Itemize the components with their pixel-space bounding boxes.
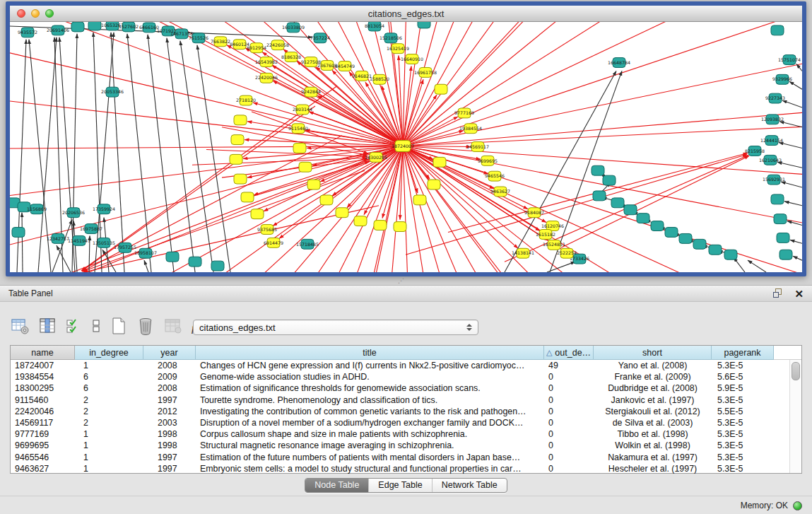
table-row[interactable]: 1830029562008Estimation of significance …: [11, 382, 801, 394]
graph-node[interactable]: [637, 214, 649, 223]
column-header-title[interactable]: title: [196, 346, 544, 360]
svg-text:16325419: 16325419: [387, 46, 409, 51]
graph-node[interactable]: [435, 84, 447, 94]
cell: 9699695: [11, 440, 75, 451]
merge-rows-icon[interactable]: [91, 317, 101, 335]
graph-node[interactable]: [709, 245, 722, 255]
graph-node[interactable]: [593, 191, 606, 201]
tab-network-table[interactable]: Network Table: [432, 479, 507, 492]
graph-node[interactable]: [774, 214, 787, 224]
tab-node-table[interactable]: Node Table: [305, 479, 368, 492]
table-row[interactable]: 946554611997Estimation of the future num…: [11, 452, 801, 463]
network-view[interactable]: 9435572206914061065326715276026466160107…: [10, 22, 802, 272]
column-header-year[interactable]: year: [143, 346, 196, 360]
node-table: namein_degreeyeartitle△out_de…shortpager…: [10, 345, 802, 474]
svg-text:22426058: 22426058: [266, 42, 289, 47]
graph-node[interactable]: [428, 180, 440, 189]
svg-text:11451947: 11451947: [68, 238, 90, 243]
sort-ascending-icon: △: [546, 348, 552, 357]
graph-node[interactable]: [603, 175, 616, 185]
table-select-dropdown[interactable]: citations_edges.txt: [193, 320, 478, 335]
column-header-name[interactable]: name: [11, 346, 75, 360]
graph-node[interactable]: [724, 250, 737, 259]
memory-status-icon[interactable]: [793, 501, 802, 510]
graph-node[interactable]: [231, 135, 244, 145]
graph-node[interactable]: [211, 261, 224, 271]
table-row[interactable]: 2242004622012Investigating the contribut…: [11, 406, 801, 417]
column-header-in-degree[interactable]: in_degree: [75, 346, 143, 360]
graph-node[interactable]: [88, 22, 101, 30]
graph-node[interactable]: [336, 208, 348, 218]
cell: 5.3E-5: [712, 395, 774, 406]
column-header-pagerank[interactable]: pagerank: [712, 346, 774, 360]
zoom-window-icon[interactable]: [45, 9, 54, 18]
scrollbar-thumb[interactable]: [792, 362, 800, 380]
table-row[interactable]: 1872400712008Changes of HCN gene express…: [11, 360, 801, 371]
cell: 9777169: [11, 428, 75, 440]
graph-node[interactable]: [624, 205, 637, 215]
table-panel-title: Table Panel: [8, 288, 53, 298]
table-row[interactable]: 946362711997Embryonic stem cells: a mode…: [11, 463, 801, 474]
column-edit-icon[interactable]: [39, 317, 57, 335]
svg-text:15751074: 15751074: [778, 57, 801, 62]
panel-resize-handle-icon[interactable]: ⋰: [398, 278, 408, 284]
table-row[interactable]: 977716911998Corpus callosum shape and si…: [11, 428, 801, 440]
svg-text:9184087: 9184087: [524, 210, 544, 215]
graph-node[interactable]: [241, 192, 254, 202]
graph-node[interactable]: [592, 165, 604, 175]
import-table-icon[interactable]: [164, 317, 182, 335]
graph-node[interactable]: [71, 22, 84, 32]
row-select-icon[interactable]: [66, 317, 82, 335]
graph-node[interactable]: [320, 195, 333, 205]
graph-node[interactable]: [771, 194, 784, 204]
table-row[interactable]: 969969511998Structural magnetic resonanc…: [11, 440, 801, 451]
graph-node[interactable]: [299, 162, 312, 172]
graph-node[interactable]: [293, 144, 306, 153]
graph-node[interactable]: [771, 25, 784, 35]
cell: 2008: [143, 382, 196, 394]
table-scrollbar[interactable]: [789, 360, 801, 473]
table-row[interactable]: 1938455462009Genome-wide association stu…: [11, 371, 801, 382]
cell: 0: [544, 382, 594, 394]
minimize-window-icon[interactable]: [31, 9, 40, 18]
svg-text:16524851: 16524851: [543, 243, 565, 247]
close-window-icon[interactable]: [17, 9, 25, 18]
graph-node[interactable]: [693, 239, 706, 249]
graph-node[interactable]: [679, 233, 692, 243]
close-panel-icon[interactable]: ✕: [794, 288, 804, 299]
graph-node[interactable]: [611, 198, 624, 208]
tab-edge-table[interactable]: Edge Table: [368, 479, 431, 492]
graph-node[interactable]: [779, 250, 792, 259]
graph-node[interactable]: [234, 115, 247, 125]
graph-node[interactable]: [251, 209, 264, 219]
graph-node[interactable]: [354, 216, 367, 226]
table-row[interactable]: 1456911722003Disruption of a novel membe…: [11, 417, 801, 428]
graph-node[interactable]: [665, 228, 678, 238]
column-header-short[interactable]: short: [594, 346, 712, 360]
delete-table-icon[interactable]: [136, 317, 155, 335]
window-titlebar[interactable]: citations_edges.txt: [10, 6, 802, 22]
graph-node[interactable]: [12, 228, 25, 238]
graph-node[interactable]: [413, 195, 426, 205]
column-header-out-de-[interactable]: △out_de…: [544, 346, 594, 360]
graph-node[interactable]: [230, 154, 242, 164]
new-table-icon[interactable]: [110, 317, 127, 335]
svg-text:8912954: 8912954: [247, 45, 266, 50]
table-row[interactable]: 911546021997Tourette syndrome. Phenomeno…: [11, 395, 801, 406]
graph-node[interactable]: [307, 180, 320, 189]
graph-node[interactable]: [189, 257, 201, 267]
graph-node[interactable]: [418, 22, 430, 28]
graph-node[interactable]: [394, 222, 406, 232]
float-panel-icon[interactable]: [773, 288, 783, 298]
graph-node[interactable]: [234, 174, 247, 184]
graph-node[interactable]: [374, 221, 387, 230]
table-options-icon[interactable]: [11, 317, 30, 335]
svg-text:16640910: 16640910: [401, 57, 423, 62]
graph-node[interactable]: [651, 221, 664, 231]
network-window[interactable]: citations_edges.txt 94355722069140610653…: [6, 1, 806, 276]
svg-text:8454749: 8454749: [335, 64, 355, 69]
graph-node[interactable]: [433, 157, 446, 167]
graph-node[interactable]: [166, 252, 179, 262]
dropdown-arrows-icon: [466, 324, 472, 331]
graph-node[interactable]: [777, 233, 789, 243]
